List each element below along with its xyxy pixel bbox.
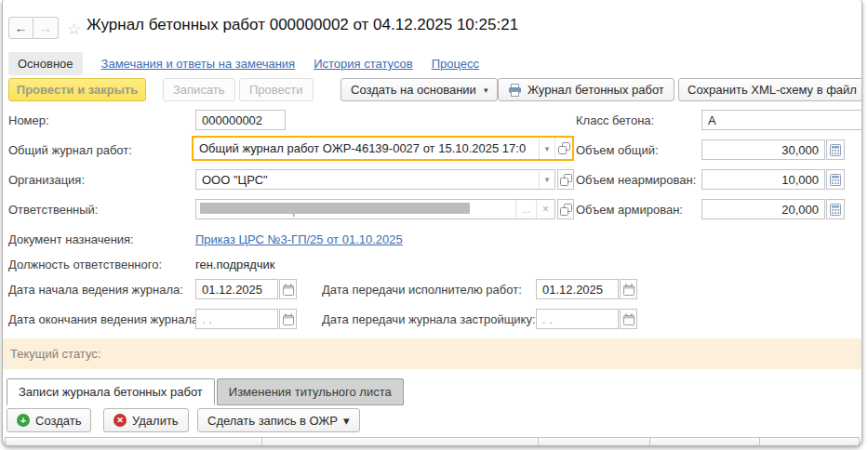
- date-transfer-developer-label: Дата передачи журнала застройщику:: [322, 312, 536, 326]
- date-transfer-developer-value: . .: [537, 312, 618, 326]
- date-start-field[interactable]: 01.12.2025: [195, 279, 278, 299]
- document-window: ← → ☆ Журнал бетонных работ 000000002 от…: [2, 0, 862, 446]
- volume-reinforced-field[interactable]: 20,000: [701, 199, 825, 219]
- responsible-position-value: ген.подрядчик: [195, 258, 274, 271]
- date-end-field[interactable]: . .: [195, 309, 278, 329]
- open-link-icon: [560, 174, 572, 186]
- current-status-band: Текущий статус:: [3, 338, 861, 369]
- calculator-icon: [830, 144, 841, 156]
- page-title: Журнал бетонных работ 000000002 от 04.12…: [87, 16, 518, 34]
- date-transfer-developer-calendar-button[interactable]: [620, 309, 637, 329]
- volume-total-value: 30,000: [702, 143, 824, 157]
- delete-button[interactable]: ✕ Удалить: [103, 408, 189, 432]
- volume-reinforced-label: Объем армирован:: [576, 203, 683, 217]
- volume-total-label: Объем общий:: [576, 143, 659, 157]
- redaction-overlay: [200, 203, 470, 214]
- volume-total-field[interactable]: 30,000: [701, 139, 825, 160]
- clear-icon[interactable]: ×: [536, 200, 554, 218]
- date-end-value: . .: [196, 312, 277, 326]
- date-start-calendar-button[interactable]: [279, 279, 297, 299]
- calendar-icon: [623, 313, 634, 325]
- create-label: Создать: [35, 414, 81, 428]
- organization-value: ООО "ЦРС": [196, 173, 539, 187]
- create-based-on-button[interactable]: Создать на основании ▾: [341, 78, 498, 101]
- volume-reinforced-calculator-button[interactable]: [826, 199, 845, 219]
- organization-label: Организация:: [8, 173, 85, 187]
- calendar-icon: [283, 284, 294, 296]
- date-transfer-executor-value: 01.12.2025: [537, 283, 618, 297]
- date-end-calendar-button[interactable]: [279, 309, 297, 329]
- make-ozr-entry-button[interactable]: Сделать запись в ОЖР ▾: [197, 408, 360, 432]
- tab-main[interactable]: Основное: [8, 52, 83, 75]
- save-xml-label: Сохранить XML-схему в файл: [688, 83, 857, 97]
- post-label: Провести: [249, 83, 303, 97]
- calendar-icon: [283, 313, 294, 325]
- general-journal-field[interactable]: Общий журнал работ ОЖР-46139-0027 от 15.…: [192, 136, 574, 161]
- chevron-down-icon[interactable]: ▾: [539, 138, 554, 159]
- records-tabs: Записи журнала бетонных работ Изменения …: [7, 378, 404, 405]
- print-journal-label: Журнал бетонных работ: [527, 83, 664, 97]
- favorite-star-icon[interactable]: ☆: [67, 20, 81, 39]
- date-transfer-executor-calendar-button[interactable]: [620, 279, 637, 299]
- general-journal-value: Общий журнал работ ОЖР-46139-0027 от 15.…: [194, 141, 539, 155]
- calculator-icon: [830, 204, 841, 216]
- date-transfer-executor-field[interactable]: 01.12.2025: [536, 279, 619, 299]
- make-ozr-entry-label: Сделать запись в ОЖР: [207, 414, 338, 428]
- responsible-position-label: Должность ответственного:: [8, 258, 162, 271]
- number-value: 000000002: [196, 113, 285, 127]
- concrete-class-value: А: [702, 113, 862, 127]
- volume-unreinforced-field[interactable]: 10,000: [701, 169, 825, 190]
- volume-unreinforced-value: 10,000: [702, 173, 824, 187]
- save-xml-button[interactable]: Сохранить XML-схему в файл: [678, 78, 862, 101]
- column-divider: [649, 438, 650, 446]
- assignment-doc-link[interactable]: Приказ ЦРС №3-ГП/25 от 01.10.2025: [195, 232, 403, 246]
- tab-status-history[interactable]: История статусов: [314, 57, 413, 71]
- date-end-label: Дата окончания ведения журнала:: [8, 312, 202, 326]
- volume-unreinforced-calculator-button[interactable]: [826, 169, 845, 190]
- delete-label: Удалить: [132, 414, 179, 428]
- number-label: Номер:: [8, 113, 49, 127]
- history-nav: ← →: [8, 17, 59, 39]
- date-transfer-developer-field[interactable]: . .: [536, 309, 619, 329]
- assignment-doc-label: Документ назначения:: [8, 232, 134, 246]
- write-label: Записать: [173, 83, 225, 97]
- tab-title-sheet-changes[interactable]: Изменения титульного листа: [217, 378, 404, 405]
- open-link-icon[interactable]: [554, 138, 572, 159]
- column-divider: [538, 438, 539, 446]
- column-divider: [759, 438, 760, 446]
- records-table-header: [5, 437, 860, 446]
- post-and-close-button[interactable]: Провести и закрыть: [8, 78, 146, 101]
- tab-remarks[interactable]: Замечания и ответы на замечания: [101, 57, 296, 71]
- responsible-label: Ответственный:: [8, 203, 98, 217]
- date-transfer-executor-label: Дата передачи исполнителю работ:: [322, 283, 522, 297]
- choose-ellipsis-button[interactable]: …: [515, 200, 536, 218]
- organization-field[interactable]: ООО "ЦРС" ▾: [195, 169, 555, 190]
- cross-icon: ✕: [114, 414, 127, 427]
- write-button[interactable]: Записать: [163, 78, 235, 101]
- calculator-icon: [830, 174, 841, 186]
- general-journal-label: Общий журнал работ:: [8, 143, 132, 157]
- volume-reinforced-value: 20,000: [702, 203, 824, 217]
- back-button[interactable]: ←: [8, 17, 33, 39]
- plus-icon: +: [17, 414, 30, 427]
- chevron-down-icon[interactable]: ▾: [539, 170, 554, 189]
- open-link-icon: [560, 204, 572, 216]
- tab-process[interactable]: Процесс: [432, 57, 479, 71]
- create-button[interactable]: + Создать: [7, 408, 91, 432]
- column-divider: [261, 438, 262, 446]
- post-button[interactable]: Провести: [239, 78, 314, 101]
- responsible-field[interactable]: Стельмах Екатерина Евгеньевна … ×: [195, 199, 555, 219]
- forward-button[interactable]: →: [33, 17, 59, 39]
- volume-total-calculator-button[interactable]: [826, 139, 845, 160]
- responsible-open-button[interactable]: [557, 199, 574, 219]
- calendar-icon: [623, 284, 634, 296]
- printer-icon: [508, 84, 522, 97]
- chevron-down-icon: ▾: [484, 86, 488, 95]
- concrete-class-field[interactable]: А: [701, 110, 862, 130]
- chevron-down-icon: ▾: [343, 414, 350, 428]
- number-field[interactable]: 000000002: [195, 110, 286, 130]
- tab-concrete-records[interactable]: Записи журнала бетонных работ: [7, 378, 215, 405]
- organization-open-button[interactable]: [557, 169, 574, 190]
- concrete-class-label: Класс бетона:: [576, 113, 654, 127]
- print-journal-button[interactable]: Журнал бетонных работ: [498, 78, 674, 101]
